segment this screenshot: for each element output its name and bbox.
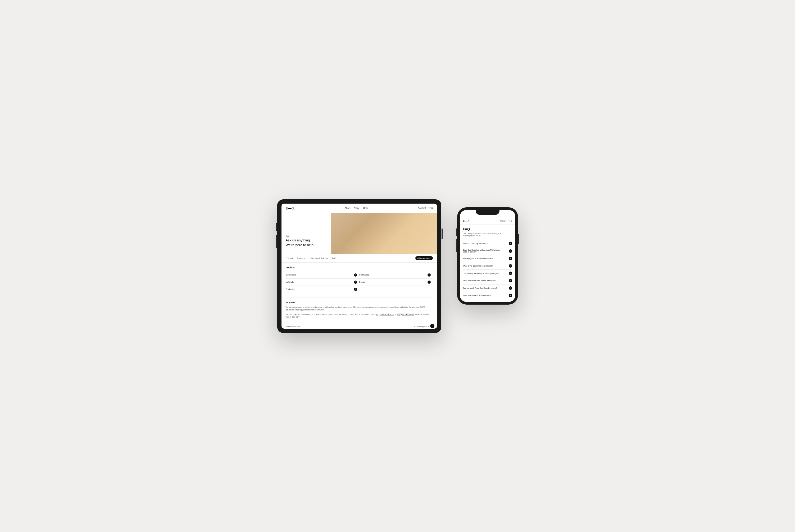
tablet-faq-dimensions-label: Dimensions: [286, 274, 296, 276]
tablet-hero-text: Help Ask us anything. We're here to help…: [286, 235, 315, 247]
tablet-tab-shipping[interactable]: Shipping & Returns: [310, 257, 328, 260]
tablet-screen: E—d. Shop Story Help Contact 🛒0 Help Ask: [281, 204, 437, 329]
tablet-nav-story[interactable]: Story: [354, 207, 359, 209]
tablet-faq-production-label: Production: [286, 288, 295, 290]
tablet-faq-certificates[interactable]: Certificates +: [359, 271, 433, 279]
tablet-faq-grid: Dimensions + Certificates + Materials +: [286, 271, 433, 293]
tablet-payment-text2-middle: or: [394, 313, 397, 315]
tablet-faq-dimensions-plus[interactable]: +: [354, 273, 357, 277]
tablet-faq-production[interactable]: Production +: [286, 286, 359, 293]
phone-faq-row-6[interactable]: Can we reach Team EverDesk by phone? +: [463, 285, 512, 292]
phone-menu-btn[interactable]: Menu≡: [500, 220, 506, 222]
tablet-hero: Help Ask us anything. We're here to help…: [281, 213, 437, 254]
tablet-payment-email[interactable]: support@everdesk.eu: [376, 313, 394, 315]
tablet-hero-title-line2: We're here to help.: [286, 243, 315, 247]
tablet-nav-shop[interactable]: Shop: [345, 207, 350, 209]
phone-faq-item-1: Does EverDesk has a showroom? Where can …: [463, 249, 505, 253]
phone-logo: E—d.: [463, 220, 470, 223]
phone-faq-plus-6[interactable]: +: [509, 286, 512, 290]
phone-faq-list: How do I clean my EverDesk? + Does EverD…: [463, 240, 512, 299]
tablet-faq-certificates-plus[interactable]: +: [427, 273, 431, 277]
phone-faq-plus-5[interactable]: +: [509, 279, 512, 282]
phone-notch-bar: [460, 210, 515, 218]
tablet-payment-text2-prefix: We currently offer various ways of payme…: [286, 313, 376, 315]
phone-faq-plus-0[interactable]: +: [509, 242, 512, 245]
tablet-hero-title-line1: Ask us anything.: [286, 238, 311, 242]
tablet-faq-production-plus[interactable]: +: [354, 288, 357, 291]
phone-faq-item-2: How easy is it to assemble EverDesk?: [463, 258, 495, 260]
phone-faq-row-1[interactable]: Does EverDesk has a showroom? Where can …: [463, 247, 512, 255]
phone-faq-plus-1[interactable]: +: [509, 249, 512, 253]
phone-faq-row-0[interactable]: How do I clean my EverDesk? +: [463, 240, 512, 247]
tablet-payment-section: Payment We use secure payment options fo…: [286, 297, 433, 319]
tablet-tab-payment[interactable]: Payment: [297, 257, 306, 260]
tablet-faq-design-plus[interactable]: +: [427, 281, 431, 284]
tablet-payment-text2: We currently offer various ways of payme…: [286, 313, 433, 319]
tablet-nav-right: Contact 🛒0: [418, 207, 432, 209]
phone-faq-item-5: What if my EverDesk arrives damaged?: [463, 280, 496, 282]
tablet-tab-faq[interactable]: FAQ: [332, 257, 336, 260]
tablet-cart-icon[interactable]: 🛒0: [428, 207, 432, 209]
phone-faq-row-3[interactable]: What is the guarantee on EverDesk? +: [463, 262, 512, 270]
tablet-tab-product[interactable]: Product: [286, 257, 293, 260]
tablet-nav-help[interactable]: Help: [363, 207, 368, 209]
tablet-faq-certificates-label: Certificates: [359, 274, 369, 276]
phone-faq-row-7[interactable]: What does the FSC® label mean? +: [463, 292, 512, 299]
phone-faq-plus-2[interactable]: +: [509, 257, 512, 260]
tablet-payment-title: Payment: [286, 301, 433, 304]
tablet-hero-title: Ask us anything. We're here to help.: [286, 238, 315, 247]
phone-faq-item-7: What does the FSC® label mean?: [463, 294, 491, 297]
tablet-faq-design-label: Design: [359, 281, 365, 283]
phone-faq-plus-3[interactable]: +: [509, 264, 512, 268]
tablet-header: E—d. Shop Story Help Contact 🛒0: [281, 204, 437, 213]
tablet-logo: E—d.: [286, 206, 295, 210]
phone-header: E—d. Menu≡ 🛒0: [460, 218, 515, 225]
tablet-tabs: Product Payment Shipping & Returns FAQ O…: [281, 254, 437, 263]
phone-faq-item-0: How do I clean my EverDesk?: [463, 243, 488, 244]
tablet-scroll-btn[interactable]: ↑: [430, 324, 435, 328]
phone-faq-item-3: What is the guarantee on EverDesk?: [463, 265, 493, 267]
tablet-product-title: Product: [286, 266, 433, 269]
tablet-faq-materials-plus[interactable]: +: [354, 281, 357, 284]
phone-power-button: [518, 234, 519, 244]
tablet-body: Product Dimensions + Certificates + Mate…: [281, 263, 437, 324]
tablet-power-button: [442, 228, 443, 239]
phone-faq-title: FAQ: [463, 227, 512, 231]
scene: E—d. Shop Story Help Contact 🛒0 Help Ask: [261, 184, 534, 349]
tablet-faq-materials[interactable]: Materials +: [286, 279, 359, 286]
tablet-nav: Shop Story Help: [345, 207, 368, 209]
tablet-device: E—d. Shop Story Help Contact 🛒0 Help Ask: [277, 200, 441, 333]
tablet-footer-payment-methods: Payment methods: [286, 325, 300, 327]
tablet-footer-something-wrong: Something went wrong: [414, 325, 432, 327]
phone-faq-row-4[interactable]: I am missing something from the packagin…: [463, 270, 512, 277]
tablet-payment-text1: We use secure payment options for the mo…: [286, 306, 433, 311]
phone-notch: [476, 210, 499, 215]
phone-faq-row-2[interactable]: How easy is it to assemble EverDesk? +: [463, 255, 512, 262]
tablet-faq-materials-label: Materials: [286, 281, 294, 283]
tablet-contact-link[interactable]: Contact: [418, 207, 426, 209]
phone-faq-item-6: Can we reach Team EverDesk by phone?: [463, 287, 497, 289]
phone-faq-plus-4[interactable]: +: [509, 271, 512, 275]
tablet-hero-image: [331, 213, 437, 254]
phone-faq-row-5[interactable]: What if my EverDesk arrives damaged? +: [463, 277, 512, 285]
phone-body: FAQ Can't find your answer? Send us a me…: [460, 225, 515, 302]
phone-faq-plus-7[interactable]: +: [509, 294, 512, 297]
phone-device: E—d. Menu≡ 🛒0 FAQ Can't find your answer…: [457, 207, 518, 305]
phone-nav-right: Menu≡ 🛒0: [500, 220, 512, 222]
tablet-faq-design[interactable]: Design +: [359, 279, 433, 286]
phone-faq-subtitle: Can't find your answer? Send us a messag…: [463, 232, 512, 238]
tablet-faq-dimensions[interactable]: Dimensions +: [286, 271, 359, 279]
phone-cart-icon[interactable]: 🛒0: [509, 220, 512, 222]
tablet-payment-phone[interactable]: +31(0)20 542 354 76: [397, 313, 414, 315]
tablet-other-question-btn[interactable]: Other question?: [415, 256, 433, 260]
phone-faq-item-4: I am missing something from the packagin…: [463, 272, 500, 274]
phone-screen: E—d. Menu≡ 🛒0 FAQ Can't find your answer…: [460, 210, 515, 302]
tablet-hero-help-label: Help: [286, 235, 315, 237]
tablet-product-section: Product Dimensions + Certificates + Mate…: [286, 266, 433, 293]
